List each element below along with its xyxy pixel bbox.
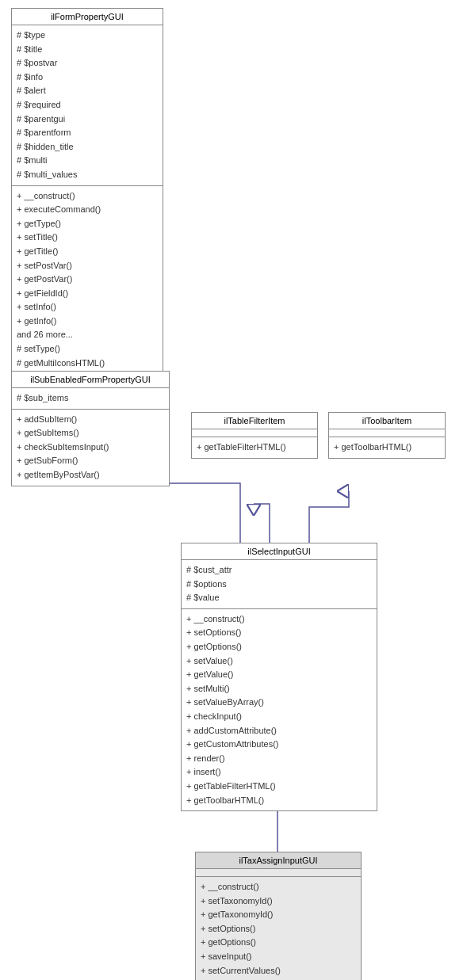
- title-ilSubEnabledFormPropertyGUI: ilSubEnabledFormPropertyGUI: [12, 372, 169, 388]
- box-ilTableFilterItem: ilTableFilterItem + getTableFilterHTML(): [191, 412, 318, 459]
- title-ilToolbarItem: ilToolbarItem: [329, 413, 445, 429]
- title-ilSelectInputGUI: ilSelectInputGUI: [182, 543, 377, 560]
- diagram-container: ilFormPropertyGUI # $type # $title # $po…: [0, 0, 463, 980]
- title-ilFormPropertyGUI: ilFormPropertyGUI: [12, 9, 163, 25]
- box-ilSelectInputGUI: ilSelectInputGUI # $cust_attr # $options…: [181, 543, 377, 811]
- fields-ilTableFilterItem: [192, 429, 317, 437]
- methods-ilTaxAssignInputGUI: + __construct() + setTaxonomyId() + getT…: [196, 877, 361, 980]
- title-ilTableFilterItem: ilTableFilterItem: [192, 413, 317, 429]
- fields-ilToolbarItem: [329, 429, 445, 437]
- fields-ilTaxAssignInputGUI: [196, 869, 361, 877]
- fields-ilSubEnabledFormPropertyGUI: # $sub_items: [12, 388, 169, 410]
- box-ilFormPropertyGUI: ilFormPropertyGUI # $type # $title # $po…: [11, 8, 163, 374]
- box-ilSubEnabledFormPropertyGUI: ilSubEnabledFormPropertyGUI # $sub_items…: [11, 371, 170, 486]
- fields-ilFormPropertyGUI: # $type # $title # $postvar # $info # $a…: [12, 25, 163, 186]
- title-ilTaxAssignInputGUI: ilTaxAssignInputGUI: [196, 852, 361, 869]
- methods-ilFormPropertyGUI: + __construct() + executeCommand() + get…: [12, 186, 163, 374]
- box-ilTaxAssignInputGUI: ilTaxAssignInputGUI + __construct() + se…: [195, 852, 362, 980]
- fields-ilSelectInputGUI: # $cust_attr # $options # $value: [182, 560, 377, 609]
- box-ilToolbarItem: ilToolbarItem + getToolbarHTML(): [328, 412, 446, 459]
- methods-ilSelectInputGUI: + __construct() + setOptions() + getOpti…: [182, 609, 377, 810]
- methods-ilToolbarItem: + getToolbarHTML(): [329, 437, 445, 458]
- methods-ilTableFilterItem: + getTableFilterHTML(): [192, 437, 317, 458]
- methods-ilSubEnabledFormPropertyGUI: + addSubItem() + getSubItems() + checkSu…: [12, 410, 169, 486]
